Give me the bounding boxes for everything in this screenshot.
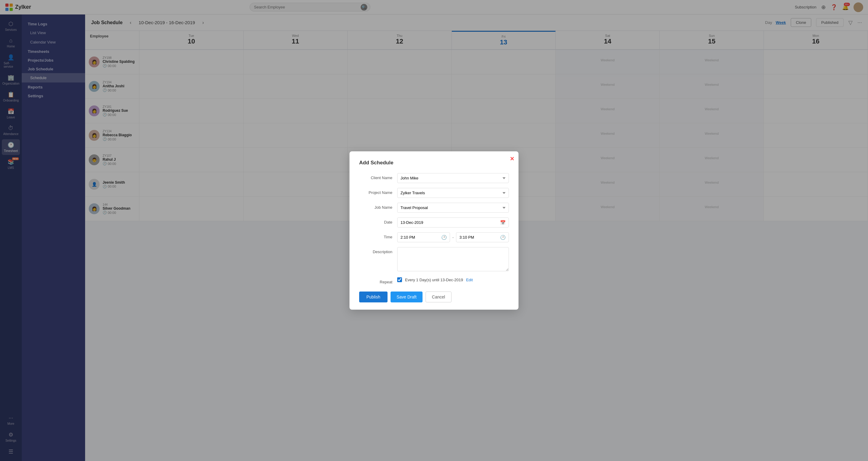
description-control — [397, 247, 509, 272]
modal-title: Add Schedule — [359, 160, 509, 166]
repeat-label: Repeat — [359, 277, 392, 284]
modal-overlay[interactable]: ✕ Add Schedule Client Name John Mike Pro… — [0, 0, 868, 461]
project-name-row: Project Name Zylker Travels — [359, 188, 509, 198]
time-end-wrap: 🕐 — [456, 232, 509, 242]
calendar-icon: 📅 — [500, 220, 506, 225]
repeat-checkbox[interactable] — [397, 277, 402, 282]
client-name-control: John Mike — [397, 173, 509, 183]
publish-button[interactable]: Publish — [359, 291, 388, 302]
save-draft-button[interactable]: Save Draft — [391, 291, 423, 302]
repeat-row: Repeat Every 1 Day(s) until 13-Dec-2019 … — [359, 277, 509, 284]
client-name-label: Client Name — [359, 173, 392, 180]
clock-icon-start: 🕐 — [441, 235, 447, 240]
client-name-select[interactable]: John Mike — [397, 173, 509, 183]
time-row: Time 🕐 - 🕐 — [359, 232, 509, 242]
date-row: Date 📅 — [359, 218, 509, 228]
repeat-control: Every 1 Day(s) until 13-Dec-2019 Edit — [397, 277, 509, 282]
description-textarea[interactable] — [397, 247, 509, 271]
project-name-control: Zylker Travels — [397, 188, 509, 198]
cancel-button[interactable]: Cancel — [426, 291, 452, 302]
repeat-options: Every 1 Day(s) until 13-Dec-2019 Edit — [397, 277, 509, 282]
project-name-label: Project Name — [359, 188, 392, 195]
description-row: Description — [359, 247, 509, 272]
job-name-label: Job Name — [359, 203, 392, 210]
date-input[interactable] — [397, 218, 509, 228]
date-label: Date — [359, 218, 392, 225]
time-start-wrap: 🕐 — [397, 232, 450, 242]
time-inputs: 🕐 - 🕐 — [397, 232, 509, 242]
repeat-text: Every 1 Day(s) until 13-Dec-2019 — [405, 278, 463, 282]
job-name-select[interactable]: Travel Proposal — [397, 203, 509, 213]
date-control: 📅 — [397, 218, 509, 228]
modal-close-button[interactable]: ✕ — [510, 155, 514, 162]
clock-icon-end: 🕐 — [500, 235, 506, 240]
time-control: 🕐 - 🕐 — [397, 232, 509, 242]
add-schedule-modal: ✕ Add Schedule Client Name John Mike Pro… — [349, 151, 519, 310]
project-name-select[interactable]: Zylker Travels — [397, 188, 509, 198]
time-label: Time — [359, 232, 392, 239]
repeat-edit-link[interactable]: Edit — [466, 278, 473, 282]
client-name-row: Client Name John Mike — [359, 173, 509, 183]
job-name-row: Job Name Travel Proposal — [359, 203, 509, 213]
modal-actions: Publish Save Draft Cancel — [359, 291, 509, 302]
time-separator: - — [453, 235, 454, 240]
job-name-control: Travel Proposal — [397, 203, 509, 213]
description-label: Description — [359, 247, 392, 254]
